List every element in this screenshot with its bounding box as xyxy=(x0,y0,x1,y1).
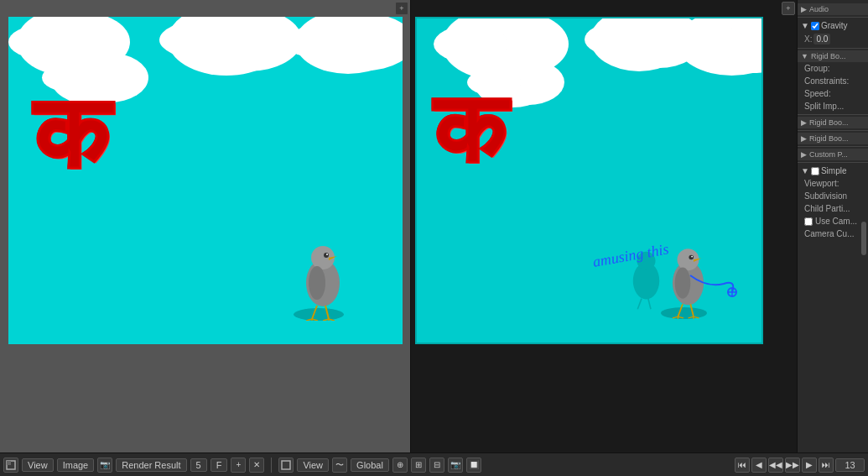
rigid-sub1-icon: ▶ xyxy=(801,118,807,127)
audio-expand-icon: ▶ xyxy=(801,5,807,13)
play-reverse-btn[interactable]: ◀◀ xyxy=(768,458,783,473)
pigeon-left xyxy=(294,237,352,321)
custom-p-header[interactable]: ▶ Custom P... xyxy=(798,149,868,160)
properties-panel: ▶ Audio ▼ Gravity X: 0.0 ▼ Rigid Bo... xyxy=(797,0,868,452)
svg-text:amusing this: amusing this xyxy=(591,240,670,270)
f-btn[interactable]: F xyxy=(211,458,228,472)
split-imp-label: Split Imp... xyxy=(804,102,844,111)
rigid-header[interactable]: ▼ Rigid Bo... xyxy=(798,50,868,62)
render-icon[interactable]: 🔲 xyxy=(466,458,481,473)
constraints-label: Constraints: xyxy=(804,76,849,86)
split-imp-row: Split Imp... xyxy=(798,100,868,112)
viewport-label: Viewport: xyxy=(804,179,839,188)
view-btn-right[interactable]: View xyxy=(297,458,329,472)
separator-4 xyxy=(798,130,868,131)
grid-icon-2[interactable]: ⊟ xyxy=(429,458,444,473)
separator-2 xyxy=(798,48,868,49)
add-icon[interactable]: + xyxy=(231,458,246,473)
gravity-x-value[interactable]: 0.0 xyxy=(813,34,830,44)
rigid-sub1-label: Rigid Boo... xyxy=(809,118,849,127)
rigid-sub2-icon: ▶ xyxy=(801,134,807,143)
svg-line-13 xyxy=(329,319,335,321)
svg-line-28 xyxy=(678,316,683,318)
right-viewport-corner-btn[interactable]: + xyxy=(782,2,795,15)
svg-rect-36 xyxy=(282,461,290,469)
snake-icon[interactable]: 〜 xyxy=(332,458,347,473)
gravity-header[interactable]: ▼ Gravity xyxy=(798,19,868,32)
simple-header[interactable]: ▼ Simple xyxy=(798,165,868,177)
global-btn[interactable]: Global xyxy=(351,458,389,472)
constraints-row: Constraints: xyxy=(798,75,868,87)
hindi-character-left: क xyxy=(34,84,109,185)
frame-num-btn[interactable]: 5 xyxy=(190,458,207,472)
left-viewport-corner-btn[interactable]: + xyxy=(395,2,408,15)
image-btn[interactable]: Image xyxy=(57,458,95,472)
svg-point-4 xyxy=(326,254,328,255)
audio-header[interactable]: ▶ Audio xyxy=(798,3,868,15)
frame-display: 13 xyxy=(835,458,865,472)
svg-line-31 xyxy=(694,316,699,318)
camera-icon-right[interactable]: 📷 xyxy=(448,458,463,473)
svg-line-25 xyxy=(690,304,694,316)
main-area: + क xyxy=(0,0,868,452)
view-btn-left[interactable]: View xyxy=(22,458,54,472)
separator-5 xyxy=(798,146,868,147)
hindi-character-right: क xyxy=(434,81,506,178)
svg-rect-35 xyxy=(7,461,11,465)
jump-end-btn[interactable]: ⏭ xyxy=(819,458,834,473)
left-toolbar-section: View Image 📷 Render Result 5 F + ✕ xyxy=(3,458,264,473)
render-result-btn[interactable]: Render Result xyxy=(116,458,186,472)
camera-icon-left[interactable]: 📷 xyxy=(97,458,112,473)
group-row: Group: xyxy=(798,62,868,75)
prop-section-rigid: ▼ Rigid Bo... Group: Constraints: Speed:… xyxy=(798,50,868,112)
toolbar-divider-1 xyxy=(271,458,272,473)
subdivision-label: Subdivision xyxy=(804,191,847,201)
prop-section-audio: ▶ Audio xyxy=(798,3,868,15)
gravity-checkbox[interactable] xyxy=(811,22,819,30)
separator-1 xyxy=(798,17,868,18)
simple-checkbox[interactable] xyxy=(811,167,819,175)
next-frame-btn[interactable]: ▶ xyxy=(802,458,817,473)
use-camera-row: Use Cam... xyxy=(798,215,868,228)
play-btn[interactable]: ▶▶ xyxy=(785,458,800,473)
prev-frame-btn[interactable]: ◀ xyxy=(751,458,767,473)
prop-section-simple: ▼ Simple Viewport: Subdivision Child Par… xyxy=(798,165,868,240)
gravity-label: Gravity xyxy=(821,21,848,30)
separator-6 xyxy=(798,162,868,163)
grid-icon-1[interactable]: ⊞ xyxy=(411,458,426,473)
handwriting-annotation: amusing this xyxy=(590,225,757,301)
group-label: Group: xyxy=(804,64,830,73)
camera-cu-label: Camera Cu... xyxy=(804,229,854,238)
rigid-sub2-header[interactable]: ▶ Rigid Boo... xyxy=(798,133,868,144)
rigid-sub1-header[interactable]: ▶ Rigid Boo... xyxy=(798,117,868,128)
svg-line-26 xyxy=(673,316,678,318)
frame-number: 13 xyxy=(845,460,855,470)
right-viewport: + क xyxy=(411,0,797,452)
left-viewport-icon[interactable] xyxy=(3,458,18,473)
use-camera-checkbox[interactable] xyxy=(804,217,813,226)
jump-start-btn[interactable]: ⏮ xyxy=(735,458,750,473)
x-icon[interactable]: ✕ xyxy=(249,458,264,473)
use-camera-label: Use Cam... xyxy=(815,217,857,226)
svg-line-8 xyxy=(306,319,312,321)
custom-p-label: Custom P... xyxy=(809,150,848,159)
svg-line-7 xyxy=(325,306,329,319)
rigid-label: Rigid Bo... xyxy=(811,52,846,60)
simple-label: Simple xyxy=(821,166,847,175)
simple-triangle: ▼ xyxy=(801,166,809,175)
right-toolbar-section: View 〜 Global ⊕ ⊞ ⊟ 📷 🔲 xyxy=(278,458,481,473)
custom-p-icon: ▶ xyxy=(801,150,807,159)
playback-controls: ⏮ ◀ ◀◀ ▶▶ ▶ ⏭ 13 xyxy=(735,458,865,473)
rigid-expand-icon: ▼ xyxy=(801,52,808,60)
viewport-row: Viewport: xyxy=(798,177,868,190)
speed-label: Speed: xyxy=(804,89,831,98)
global-icon: ⊕ xyxy=(392,458,408,473)
right-render-image: क xyxy=(415,17,763,344)
child-parti-row: Child Parti... xyxy=(798,202,868,215)
gravity-x-row: X: 0.0 xyxy=(798,32,868,46)
svg-line-6 xyxy=(312,306,317,319)
svg-point-5 xyxy=(309,266,325,300)
gravity-triangle: ▼ xyxy=(801,21,809,30)
scroll-indicator[interactable] xyxy=(861,222,866,255)
right-viewport-icon[interactable] xyxy=(278,458,294,473)
